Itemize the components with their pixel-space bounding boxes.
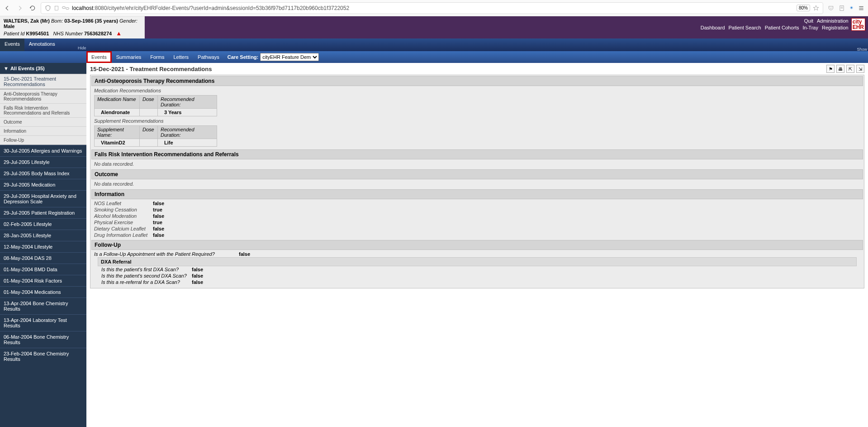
sidebar-event-item[interactable]: 30-Jul-2005 Allergies and Warnings: [0, 145, 86, 156]
admin-link[interactable]: Administration: [817, 18, 849, 24]
sidebar-event-item[interactable]: 01-May-2004 Risk Factors: [0, 275, 86, 286]
dxa-row: Is this the patient's second DXA Scan?fa…: [98, 273, 857, 279]
url-text: localhost:8080/cityehr/ehr/cityEHRFolder…: [72, 5, 349, 11]
section-header: Information: [91, 189, 863, 199]
sidebar-subsection[interactable]: Anti-Osteoporosis Therapy Recommendation…: [0, 89, 86, 103]
med-rec-label: Medication Recommendations: [94, 87, 860, 94]
sidebar-event-item[interactable]: 13-Apr-2004 Bone Chemistry Results: [0, 297, 86, 314]
dashboard-link[interactable]: Dashboard: [701, 25, 725, 30]
sidebar-event-item[interactable]: 23-Feb-2004 Bone Chemistry Results: [0, 348, 86, 365]
section-header: Outcome: [91, 169, 863, 179]
subtab-pathways[interactable]: Pathways: [193, 52, 224, 62]
content-area: 15-Dec-2021 - Treatment Recommendations …: [86, 63, 868, 427]
subtab-letters[interactable]: Letters: [169, 52, 193, 62]
sidebar-event-item[interactable]: 01-May-2004 BMD Data: [0, 264, 86, 275]
events-sidebar: ▼ All Events (35) 15-Dec-2021 Treatment …: [0, 63, 86, 427]
back-button[interactable]: [4, 5, 11, 12]
forward-button[interactable]: [16, 5, 24, 12]
show-toggle[interactable]: Show: [857, 47, 867, 52]
export-button[interactable]: ⇱: [846, 65, 854, 73]
sidebar-event-item[interactable]: 28-Jan-2005 Lifestyle: [0, 230, 86, 241]
svg-rect-0: [55, 6, 58, 10]
info-row: Smoking Cessationtrue: [94, 206, 860, 213]
dxa-row: Is this the patient's first DXA Scan?fal…: [98, 266, 857, 273]
content-title: 15-Dec-2021 - Treatment Recommendations: [90, 66, 212, 72]
sidebar-event-item[interactable]: 29-Jul-2005 Hospital Anxiety and Depress…: [0, 190, 86, 207]
patient-cohorts-link[interactable]: Patient Cohorts: [765, 25, 799, 30]
sidebar-event-item[interactable]: 29-Jul-2005 Patient Registration: [0, 207, 86, 218]
sub-nav: Events Summaries Forms Letters Pathways …: [0, 51, 868, 63]
flag-button[interactable]: ⚑: [826, 65, 835, 73]
url-bar[interactable]: localhost:8080/cityehr/ehr/cityEHRFolder…: [41, 2, 823, 14]
main-nav: Events Annotations Hide: [0, 38, 868, 51]
dxa-row: Is this a re-referral for a DXA Scan?fal…: [98, 279, 857, 285]
subtab-events[interactable]: Events: [86, 51, 112, 63]
registration-link[interactable]: Registration: [822, 25, 849, 30]
tab-events[interactable]: Events: [0, 38, 24, 51]
zoom-badge[interactable]: 80%: [797, 5, 810, 11]
page-icon: [54, 5, 59, 11]
care-setting-label: Care Setting:: [228, 54, 258, 60]
sidebar-selected-event[interactable]: 15-Dec-2021 Treatment Recommendations: [0, 74, 86, 89]
no-data: No data recorded.: [94, 180, 860, 187]
sidebar-event-item[interactable]: 29-Jul-2005 Body Mass Index: [0, 168, 86, 179]
reload-button[interactable]: [29, 5, 36, 12]
share-button[interactable]: ⇲: [856, 65, 864, 73]
info-row: NOS Leafletfalse: [94, 200, 860, 206]
care-setting-select[interactable]: cityEHR Feature Demo: [260, 53, 319, 61]
medication-table: Medication Name Dose Recommended Duratio…: [94, 95, 217, 116]
toggle-icon: [62, 5, 69, 11]
sidebar-event-item[interactable]: 01-May-2004 Medications: [0, 286, 86, 297]
intray-link[interactable]: In-Tray: [803, 25, 818, 30]
dxa-header: DXA Referral: [98, 257, 857, 266]
pocket-icon[interactable]: [828, 5, 834, 11]
info-row: Physical Exercisetrue: [94, 219, 860, 225]
sidebar-event-item[interactable]: 08-May-2004 DAS 28: [0, 252, 86, 264]
info-row: Alcohol Moderationfalse: [94, 213, 860, 219]
hide-toggle[interactable]: Hide: [78, 46, 86, 50]
bookmark-icon[interactable]: [813, 5, 819, 11]
browser-toolbar: localhost:8080/cityehr/ehr/cityEHRFolder…: [0, 0, 868, 16]
sidebar-subsection[interactable]: Follow-Up: [0, 135, 86, 144]
warning-icon: ▲: [116, 30, 122, 37]
patient-search-link[interactable]: Patient Search: [729, 25, 761, 30]
patient-header: WALTERS, Zak (Mr) Born: 03-Sep-1986 (35 …: [0, 16, 145, 38]
caret-down-icon: ▼: [4, 66, 9, 71]
supplement-table: Supplement Name: Dose Recommended Durati…: [94, 125, 217, 147]
quit-link[interactable]: Quit: [804, 18, 813, 24]
sidebar-subsection[interactable]: Outcome: [0, 117, 86, 126]
extension-icon[interactable]: ✴: [849, 5, 854, 11]
subtab-summaries[interactable]: Summaries: [112, 52, 146, 62]
subtab-forms[interactable]: Forms: [146, 52, 169, 62]
info-row: Dietary Calcium Leafletfalse: [94, 225, 860, 232]
sup-rec-label: Supplement Recommendations: [94, 117, 860, 125]
sidebar-subsection[interactable]: Falls Risk Intervention Recommendations …: [0, 103, 86, 117]
sidebar-header[interactable]: ▼ All Events (35): [0, 63, 86, 74]
app-logo: cityEHR: [851, 18, 865, 31]
print-button[interactable]: 🖶: [836, 65, 844, 73]
no-data: No data recorded.: [94, 160, 860, 168]
reader-icon[interactable]: [839, 5, 845, 11]
sidebar-event-item[interactable]: 02-Feb-2005 Lifestyle: [0, 218, 86, 230]
info-row: Drug Information Leafletfalse: [94, 232, 860, 238]
app-banner: Quit Administration Dashboard Patient Se…: [145, 16, 868, 38]
section-header: Anti-Osteoporosis Therapy Recommendation…: [91, 76, 863, 86]
sidebar-event-item[interactable]: 29-Jul-2005 Medication: [0, 179, 86, 190]
sidebar-event-item[interactable]: 06-Mar-2004 Bone Chemistry Results: [0, 331, 86, 348]
section-header: Follow-Up: [91, 240, 863, 250]
sidebar-subsection[interactable]: Information: [0, 126, 86, 135]
section-header: Falls Risk Intervention Recommendations …: [91, 149, 863, 159]
svg-rect-1: [62, 6, 66, 8]
svg-rect-2: [66, 7, 69, 9]
shield-icon: [45, 5, 51, 11]
sidebar-event-item[interactable]: 12-May-2004 Lifestyle: [0, 241, 86, 252]
menu-icon[interactable]: [858, 5, 864, 11]
tab-annotations[interactable]: Annotations: [24, 38, 60, 51]
sidebar-event-item[interactable]: 13-Apr-2004 Laboratory Test Results: [0, 314, 86, 331]
followup-question: Is a Follow-Up Appointment with the Pati…: [94, 251, 860, 257]
sidebar-event-item[interactable]: 29-Jul-2005 Lifestyle: [0, 156, 86, 168]
